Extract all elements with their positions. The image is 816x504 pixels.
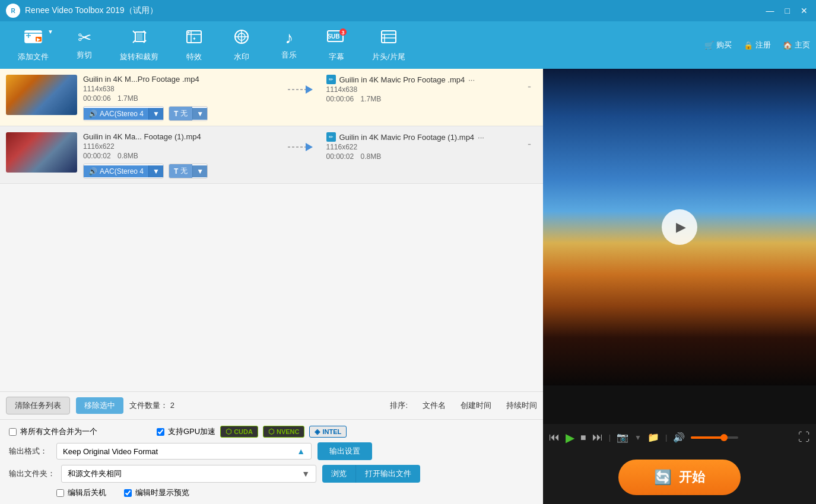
toolbar-rotate-crop[interactable]: 旋转和裁剪 bbox=[108, 24, 170, 67]
toolbar-subtitles[interactable]: SUB 3 字幕 bbox=[313, 24, 360, 67]
output-res-value: 1116x622 bbox=[326, 143, 358, 151]
video-preview bbox=[543, 69, 816, 385]
minimize-icon[interactable]: — bbox=[764, 6, 777, 15]
nvenc-label: NVENC bbox=[277, 428, 300, 435]
cuda-badge[interactable]: ⬡ CUDA bbox=[220, 426, 258, 438]
toolbar-add-file[interactable]: ▶ 添加文件 ▼ bbox=[6, 24, 61, 67]
audio-icon: 🔊 bbox=[88, 110, 97, 118]
preview-label: 编辑时显示预览 bbox=[135, 487, 189, 498]
volume-slider[interactable] bbox=[691, 436, 738, 439]
home-label: 主页 bbox=[795, 40, 810, 50]
shutdown-checkbox[interactable]: 编辑后关机 bbox=[56, 487, 106, 498]
file-input-duration-size: 00:00:06 1.7MB bbox=[83, 94, 273, 103]
home-btn[interactable]: 🏠 主页 bbox=[783, 40, 810, 50]
nvenc-badge[interactable]: ⬡ NVENC bbox=[263, 426, 305, 438]
buy-btn[interactable]: 🛒 购买 bbox=[704, 40, 732, 50]
file-input-size: 0.8MB bbox=[118, 152, 138, 160]
toolbar-music[interactable]: ♪ 音乐 bbox=[265, 25, 313, 65]
screenshot-dropdown[interactable]: ▼ bbox=[634, 433, 642, 442]
preview-checkbox[interactable]: 编辑时显示预览 bbox=[124, 487, 189, 498]
output-settings-button[interactable]: 输出设置 bbox=[317, 442, 372, 460]
audio-dropdown[interactable]: 🔊 AAC(Stereo 4 ▼ bbox=[83, 164, 164, 178]
text-dropdown-main: T 无 bbox=[169, 107, 192, 120]
gpu-checkbox[interactable]: 支持GPU加速 bbox=[157, 426, 215, 437]
ctrl-separator: | bbox=[609, 433, 611, 442]
gpu-checkbox-input[interactable] bbox=[157, 428, 164, 436]
audio-dropdown[interactable]: 🔊 AAC(Stereo 4 ▼ bbox=[83, 106, 164, 121]
sort-filename[interactable]: 文件名 bbox=[423, 400, 446, 411]
screenshot-button[interactable]: 📷 bbox=[617, 432, 628, 443]
volume-icon: 🔊 bbox=[673, 432, 685, 443]
intel-badge[interactable]: ◈ INTEL bbox=[309, 426, 347, 438]
sort-created-time[interactable]: 创建时间 bbox=[461, 400, 491, 411]
svg-marker-27 bbox=[306, 85, 313, 94]
audio-dropdown-arrow[interactable]: ▼ bbox=[148, 165, 163, 177]
skip-forward-button[interactable]: ⏭ bbox=[592, 431, 603, 444]
output-resolution: 1114x638 bbox=[326, 85, 516, 94]
toolbar-right: 🛒 购买 🔒 注册 🏠 主页 bbox=[704, 40, 810, 50]
subtitles-icon: SUB 3 bbox=[326, 28, 347, 48]
toolbar-watermark[interactable]: 水印 bbox=[218, 24, 265, 67]
preview-checkbox-input[interactable] bbox=[124, 489, 132, 497]
nvenc-nvidia-icon: ⬡ bbox=[268, 428, 274, 436]
stop-button[interactable]: ■ bbox=[580, 432, 586, 443]
gpu-row: 支持GPU加速 ⬡ CUDA ⬡ NVENC ◈ INTEL bbox=[157, 426, 347, 438]
close-icon[interactable]: ✕ bbox=[798, 6, 810, 15]
svg-text:3: 3 bbox=[341, 30, 344, 36]
folder-label: 输出文件夹： bbox=[9, 468, 55, 479]
clear-list-button[interactable]: 清除任务列表 bbox=[6, 397, 70, 414]
svg-text:✦: ✦ bbox=[192, 36, 196, 42]
register-btn[interactable]: 🔒 注册 bbox=[744, 40, 771, 50]
text-dropdown[interactable]: T 无 ▼ bbox=[169, 164, 208, 178]
sort-duration[interactable]: 持续时间 bbox=[506, 400, 537, 411]
fullscreen-button[interactable]: ⛶ bbox=[798, 430, 810, 444]
main-area: Guilin in 4K M...Pro Footage .mp4 1114x6… bbox=[0, 69, 816, 504]
toolbar-effects[interactable]: ✦ 特效 bbox=[170, 24, 218, 67]
format-select[interactable]: Keep Original Video Format ▲ bbox=[56, 443, 312, 460]
watermark-label: 水印 bbox=[234, 52, 249, 62]
player-controls: ⏮ ▶ ■ ⏭ | 📷 ▼ 📁 | 🔊 ⛶ bbox=[543, 424, 816, 451]
output-duration: 00:00:02 bbox=[326, 152, 354, 161]
shutdown-checkbox-input[interactable] bbox=[56, 489, 64, 497]
file-input-duration: 00:00:06 bbox=[83, 94, 111, 103]
file-audio-row: 🔊 AAC(Stereo 4 ▼ T 无 ▼ bbox=[83, 106, 273, 121]
open-output-button[interactable]: 打开输出文件 bbox=[355, 465, 420, 483]
start-button[interactable]: 🔄 开始 bbox=[618, 460, 741, 495]
text-dropdown[interactable]: T 无 ▼ bbox=[169, 106, 208, 121]
file-item: Guilin in 4K M...Pro Footage .mp4 1114x6… bbox=[0, 69, 543, 126]
refresh-icon: 🔄 bbox=[654, 469, 672, 486]
audio-dropdown-arrow[interactable]: ▼ bbox=[148, 108, 163, 120]
volume-fill bbox=[691, 436, 724, 439]
text-dropdown-arrow[interactable]: ▼ bbox=[192, 165, 207, 177]
file-item: Guilin in 4K Ma... Footage (1).mp4 1116x… bbox=[0, 126, 543, 184]
audio-label: AAC(Stereo 4 bbox=[100, 167, 144, 176]
output-res-value: 1114x638 bbox=[326, 85, 358, 94]
toolbar-intro-outro[interactable]: 片头/片尾 bbox=[360, 24, 417, 67]
browse-button[interactable]: 浏览 bbox=[322, 465, 355, 483]
remove-selected-button[interactable]: 移除选中 bbox=[76, 397, 123, 414]
audio-dropdown-main: 🔊 AAC(Stereo 4 bbox=[84, 108, 148, 120]
bottom-bar: 清除任务列表 移除选中 文件数量： 2 排序: 文件名 创建时间 持续时间 bbox=[0, 391, 543, 419]
text-dropdown-arrow[interactable]: ▼ bbox=[192, 108, 207, 120]
add-file-icon: ▶ bbox=[24, 28, 43, 48]
play-pause-button[interactable]: ▶ bbox=[566, 430, 574, 445]
folder-button[interactable]: 📁 bbox=[647, 432, 659, 443]
register-label: 注册 bbox=[755, 40, 771, 50]
app-logo: R bbox=[6, 4, 20, 18]
toolbar: ▶ 添加文件 ▼ ✂ 剪切 旋转和裁剪 bbox=[0, 21, 816, 69]
maximize-icon[interactable]: □ bbox=[783, 6, 792, 15]
file-output-info: Guilin in 4K Mavic Pro Footage (1).mp4 ·… bbox=[326, 132, 516, 162]
toolbar-cut[interactable]: ✂ 剪切 bbox=[61, 25, 108, 65]
output-name-row: Guilin in 4K Mavic Pro Footage (1).mp4 ·… bbox=[326, 132, 516, 142]
merge-checkbox-input[interactable] bbox=[9, 428, 17, 436]
folder-select[interactable]: 和源文件夹相同 ▼ bbox=[61, 465, 316, 483]
merge-checkbox[interactable]: 将所有文件合并为一个 bbox=[9, 426, 97, 437]
svg-rect-8 bbox=[136, 33, 142, 40]
text-icon: T bbox=[174, 167, 178, 176]
skip-back-button[interactable]: ⏮ bbox=[549, 431, 560, 444]
cut-icon: ✂ bbox=[78, 30, 91, 46]
add-file-label: 添加文件 bbox=[18, 52, 49, 62]
start-label: 开始 bbox=[679, 468, 705, 486]
play-button-large[interactable] bbox=[662, 209, 697, 245]
file-input-info: Guilin in 4K Ma... Footage (1).mp4 1116x… bbox=[83, 132, 273, 178]
